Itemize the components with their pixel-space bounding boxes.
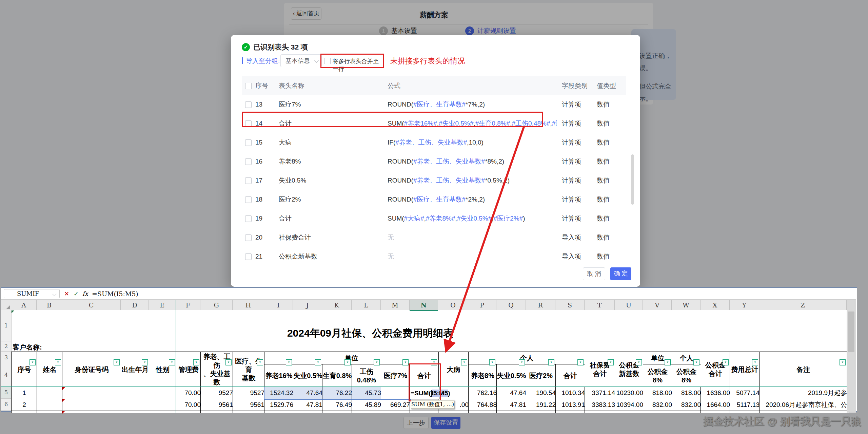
cancel-entry-icon[interactable]: ✕ (64, 289, 69, 298)
cell-X7[interactable] (701, 411, 732, 413)
header-cell-J[interactable]: 失业0.5% (293, 364, 323, 388)
filter-button-V[interactable]: ▼ (665, 359, 671, 365)
confirm-entry-icon[interactable]: ✓ (74, 289, 79, 298)
filter-button-L[interactable]: ▼ (374, 359, 380, 365)
cell-C6[interactable] (62, 399, 123, 411)
cell-S6[interactable]: 1013.91 (555, 399, 587, 411)
header-cell-U[interactable]: 公积金 新基数 (615, 352, 644, 388)
header-cell-A[interactable]: 序号 (11, 352, 37, 388)
cell-I7[interactable] (264, 411, 296, 413)
cell-A7[interactable] (11, 411, 39, 413)
column-header-J[interactable]: J (293, 300, 322, 310)
cell-J7[interactable] (293, 411, 325, 413)
cell-P7[interactable] (468, 411, 499, 413)
filter-button-Q[interactable]: ▼ (519, 359, 525, 365)
row-header-3[interactable]: 3 (1, 352, 12, 364)
column-header-S[interactable]: S (555, 300, 585, 310)
row-checkbox-19[interactable] (245, 215, 252, 222)
header-row-21[interactable]: 21公积金新基数无导入项数值 (242, 247, 626, 266)
column-header-E[interactable]: E (149, 300, 176, 310)
cell-V5[interactable]: 818.00 (643, 387, 674, 399)
filter-button-D[interactable]: ▼ (142, 359, 148, 365)
header-cell-M[interactable]: 医疗7% (381, 364, 410, 388)
filter-button-F[interactable]: ▼ (193, 359, 199, 365)
header-row-16[interactable]: 16养老8%ROUND(#养老、工伤、失业基数#*8%,2)计算项数值 (242, 152, 626, 171)
header-cell-F[interactable]: 管理费 (176, 352, 201, 388)
filter-button-X[interactable]: ▼ (723, 359, 729, 365)
header-cell-K[interactable]: 生育0.8% (322, 364, 352, 388)
filter-button-C[interactable]: ▼ (114, 359, 120, 365)
column-header-F[interactable]: F (176, 300, 200, 310)
cell-J6[interactable]: 47.81 (293, 399, 325, 411)
cell-K7[interactable] (322, 411, 354, 413)
cell-Y5[interactable]: 5077.14 (730, 387, 762, 399)
header-row-13[interactable]: 13医疗7%ROUND(#医疗、生育基数#*7%,2)计算项数值 (242, 95, 626, 114)
cell-S7[interactable] (555, 411, 587, 413)
header-cell-T[interactable]: 社保费 合计 (585, 352, 615, 388)
filter-button-W[interactable]: ▼ (693, 359, 699, 365)
row-header-1[interactable]: 1 (1, 310, 12, 341)
header-cell-P[interactable]: 养老8% (468, 364, 497, 388)
cell-N7[interactable] (410, 411, 441, 413)
filter-button-R[interactable]: ▼ (548, 359, 554, 365)
filter-button-K[interactable]: ▼ (344, 359, 351, 365)
row-header-4[interactable]: 4 (1, 364, 12, 387)
cell-E5[interactable] (149, 387, 179, 399)
cell-W7[interactable] (672, 411, 703, 413)
row-header-6[interactable]: 6 (1, 399, 12, 411)
header-row-20[interactable]: 20社保费合计无导入项数值 (242, 228, 626, 247)
header-row-18[interactable]: 18医疗2%ROUND(#医疗、生育基数#*2%,2)计算项数值 (242, 190, 626, 209)
filter-button-E[interactable]: ▼ (169, 359, 175, 365)
column-header-Z[interactable]: Z (759, 300, 847, 310)
filter-button-Y[interactable]: ▼ (752, 359, 758, 365)
cell-E7[interactable] (149, 411, 179, 413)
cell-O7[interactable] (438, 411, 471, 413)
formula-bar-input[interactable]: =SUM(I5:M5) (92, 289, 138, 298)
cell-S5[interactable]: 1010.34 (555, 387, 587, 399)
cell-M6[interactable]: 669.27 (381, 399, 412, 411)
cell-W5[interactable]: 818.00 (672, 387, 703, 399)
column-header-X[interactable]: X (701, 300, 730, 310)
header-cell-Q[interactable]: 失业0.5% (496, 364, 527, 388)
filter-button-M[interactable]: ▼ (402, 359, 409, 365)
function-fx-icon[interactable]: fx (82, 289, 88, 298)
column-header-U[interactable]: U (615, 300, 643, 310)
header-cell-X[interactable]: 公积金 合计 (701, 352, 730, 388)
column-header-G[interactable]: G (200, 300, 233, 310)
row-checkbox-18[interactable] (245, 196, 252, 203)
group-select[interactable]: 基本信息 (280, 54, 322, 67)
cell-Z5[interactable]: 2019.9月起参 (759, 387, 849, 399)
cell-L7[interactable] (352, 411, 383, 413)
cell-C7[interactable] (62, 411, 123, 413)
sheet-vertical-scrollbar[interactable] (847, 300, 856, 413)
column-header-M[interactable]: M (381, 300, 410, 310)
filter-button-H[interactable]: ▼ (257, 359, 263, 365)
cell-Y7[interactable] (730, 411, 762, 413)
filter-button-P[interactable]: ▼ (489, 359, 495, 365)
filter-button-G[interactable]: ▼ (225, 359, 232, 365)
cell-T5[interactable]: 3371.14 (585, 387, 617, 399)
select-all-checkbox[interactable] (245, 83, 252, 89)
name-box[interactable]: SUMIF (4, 289, 60, 298)
cell-G7[interactable] (200, 411, 235, 413)
cell-R7[interactable] (526, 411, 558, 413)
column-header-C[interactable]: C (62, 300, 121, 310)
header-cell-O[interactable]: 大病 (438, 352, 469, 388)
header-cell-Z[interactable]: 备注 (759, 352, 847, 388)
cell-Q6[interactable]: 47.81 (496, 399, 529, 411)
customer-name-label[interactable]: 客户名称: (13, 343, 42, 352)
cell-U6[interactable]: 10394.00 (615, 399, 646, 411)
header-cell-G[interactable]: 养老、工伤 、失业基数 (200, 352, 233, 388)
cell-X6[interactable]: 1664.00 (701, 399, 732, 411)
row-checkbox-15[interactable] (245, 139, 252, 146)
row-header-2[interactable]: 2 (1, 341, 12, 352)
cell-U7[interactable] (615, 411, 646, 413)
filter-button-I[interactable]: ▼ (286, 359, 292, 365)
column-header-T[interactable]: T (585, 300, 615, 310)
cell-Z7[interactable] (759, 411, 849, 413)
confirm-button[interactable]: 确 定 (610, 267, 631, 280)
dialog-scrollbar[interactable] (631, 154, 634, 205)
column-header-I[interactable]: I (264, 300, 293, 310)
scrollbar-thumb[interactable] (848, 312, 854, 352)
header-row-17[interactable]: 17失业0.5%ROUND(#养老、工伤、失业基数#*0.5%,2)计算项数值 (242, 171, 626, 190)
